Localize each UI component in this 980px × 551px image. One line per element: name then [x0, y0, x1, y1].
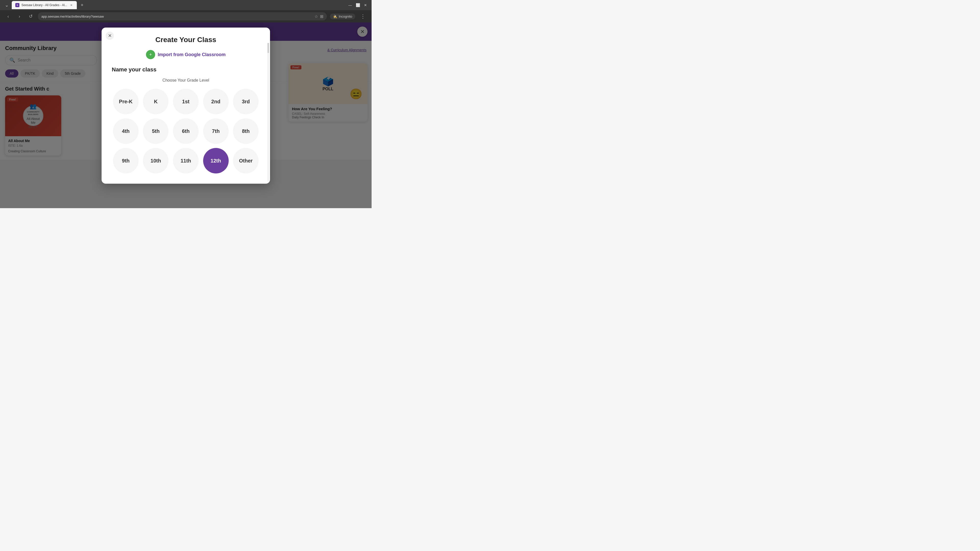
url-bar[interactable]: app.seesaw.me/#/activities/library?seesa…	[38, 12, 327, 21]
previous-tabs-btn[interactable]: ⌄	[3, 2, 10, 9]
grade-level-label: Choose Your Grade Level	[112, 78, 260, 83]
url-text: app.seesaw.me/#/activities/library?seesa…	[41, 14, 104, 18]
extensions-icon[interactable]: ⊞	[320, 14, 323, 19]
incognito-icon: 🕵	[333, 14, 337, 18]
address-bar: ‹ › ↺ app.seesaw.me/#/activities/library…	[0, 10, 372, 22]
grade-option-5th[interactable]: 5th	[143, 118, 169, 144]
grade-option-9th[interactable]: 9th	[113, 148, 138, 173]
tab-close-button[interactable]: ✕	[69, 3, 73, 7]
back-button[interactable]: ‹	[4, 12, 12, 21]
google-import-label: Import from Google Classroom	[158, 52, 226, 57]
grade-option-11th[interactable]: 11th	[173, 148, 199, 173]
create-class-modal: ✕ Create Your Class + Import from Google…	[102, 27, 270, 184]
minimize-button[interactable]: —	[347, 2, 353, 8]
grade-option-4th[interactable]: 4th	[113, 118, 138, 144]
active-tab[interactable]: S Seesaw Library - All Grades - Al... ✕	[12, 1, 77, 9]
google-classroom-icon: +	[146, 50, 155, 59]
tab-bar: ⌄ S Seesaw Library - All Grades - Al... …	[3, 1, 86, 9]
grade-option-k[interactable]: K	[143, 89, 169, 114]
grade-option-2nd[interactable]: 2nd	[203, 89, 229, 114]
google-import-button[interactable]: + Import from Google Classroom	[146, 50, 226, 59]
modal-scrollbar-thumb[interactable]	[267, 43, 269, 53]
close-window-button[interactable]: ✕	[363, 2, 369, 8]
reload-button[interactable]: ↺	[27, 12, 35, 21]
page-content: Resource Library ✕ Community Library & C…	[0, 22, 372, 208]
modal-title: Create Your Class	[112, 36, 260, 44]
tab-title: Seesaw Library - All Grades - Al...	[21, 3, 67, 7]
grade-option-10th[interactable]: 10th	[143, 148, 169, 173]
incognito-button[interactable]: 🕵 Incognito	[330, 14, 355, 19]
modal-overlay: ✕ Create Your Class + Import from Google…	[0, 22, 372, 208]
grade-option-1st[interactable]: 1st	[173, 89, 199, 114]
new-tab-button[interactable]: +	[78, 2, 86, 9]
modal-close-button[interactable]: ✕	[106, 32, 114, 40]
grade-option-other[interactable]: Other	[233, 148, 259, 173]
grade-option-prek[interactable]: Pre-K	[113, 89, 138, 114]
window-controls: — ⬜ ✕	[347, 2, 369, 8]
maximize-button[interactable]: ⬜	[355, 2, 361, 8]
modal-scrollbar-track	[267, 43, 269, 182]
grade-option-3rd[interactable]: 3rd	[233, 89, 259, 114]
grade-option-12th[interactable]: 12th	[203, 148, 229, 173]
grade-option-6th[interactable]: 6th	[173, 118, 199, 144]
grade-option-7th[interactable]: 7th	[203, 118, 229, 144]
incognito-label: Incognito	[339, 14, 352, 18]
forward-button[interactable]: ›	[15, 12, 24, 21]
browser-chrome: ⌄ S Seesaw Library - All Grades - Al... …	[0, 0, 372, 10]
bookmark-icon[interactable]: ☆	[314, 14, 318, 19]
tab-favicon: S	[15, 3, 19, 7]
more-options-button[interactable]: ⋮	[358, 12, 368, 21]
grade-options-grid: Pre-K K 1st 2nd 3rd 4th 5th 6th 7th 8th …	[112, 89, 260, 173]
grade-option-8th[interactable]: 8th	[233, 118, 259, 144]
form-name-label: Name your class	[112, 66, 260, 73]
